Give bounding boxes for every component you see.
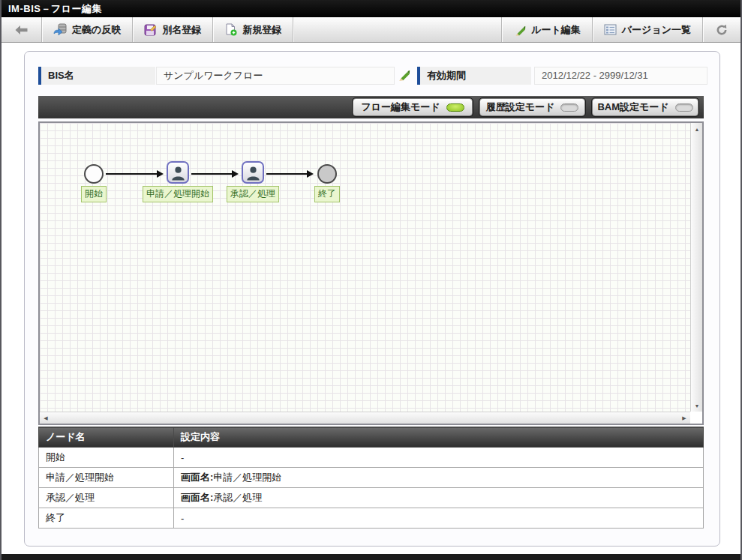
vertical-scrollbar[interactable]: ▲ ▼ bbox=[690, 123, 702, 412]
app-window: IM-BIS－フロー編集 定義の反映 bbox=[0, 0, 742, 560]
back-button[interactable] bbox=[2, 17, 42, 42]
setting-cell: 画面名:承認／処理 bbox=[174, 488, 704, 508]
setting-value: - bbox=[181, 513, 184, 524]
node-name-cell: 終了 bbox=[39, 508, 174, 529]
history-setting-mode-led-indicator bbox=[560, 103, 578, 112]
save-floppy-icon bbox=[144, 24, 157, 36]
edit-bis-name-button[interactable] bbox=[397, 68, 410, 84]
new-register-label: 新規登録 bbox=[242, 23, 281, 37]
setting-value: 承認／処理 bbox=[213, 492, 262, 503]
bis-name-label: BIS名 bbox=[38, 67, 155, 85]
flow-node-task-1[interactable] bbox=[167, 161, 189, 184]
flow-canvas-grid[interactable]: 開始 申請／処理開始 承認／処理 終了 bbox=[40, 123, 690, 412]
column-header-node-name: ノード名 bbox=[39, 427, 174, 448]
back-arrow-icon bbox=[14, 25, 29, 35]
table-row[interactable]: 承認／処理 画面名:承認／処理 bbox=[39, 488, 704, 508]
version-list-label: バージョン一覧 bbox=[622, 23, 691, 37]
setting-prefix: 画面名: bbox=[181, 472, 213, 483]
scrollbar-corner bbox=[690, 412, 702, 424]
flow-edit-mode-label: フロー編集モード bbox=[361, 100, 440, 114]
node-settings-table: ノード名 設定内容 開始 - 申請／処理開始 画面名:申請／処理開始 承認／処理… bbox=[38, 427, 704, 529]
version-list-button[interactable]: バージョン一覧 bbox=[592, 17, 702, 42]
toolbar: 定義の反映 別名登録 bbox=[2, 17, 740, 43]
list-icon bbox=[604, 24, 617, 35]
flow-node-label-start: 開始 bbox=[81, 186, 107, 202]
flow-edit-mode-button[interactable]: フロー編集モード bbox=[353, 98, 473, 116]
column-header-setting: 設定内容 bbox=[174, 427, 704, 448]
toolbar-right-group: ルート編集 バージョン一覧 bbox=[501, 17, 740, 42]
table-header-row: ノード名 設定内容 bbox=[39, 427, 704, 448]
mode-bar: フロー編集モード 履歴設定モード BAM設定モード bbox=[38, 96, 704, 118]
flow-arrow-3 bbox=[266, 173, 307, 175]
horizontal-scrollbar[interactable]: ◀ ▶ bbox=[40, 412, 690, 424]
reflect-definition-label: 定義の反映 bbox=[72, 23, 121, 37]
table-row[interactable]: 終了 - bbox=[39, 508, 704, 529]
alias-register-button[interactable]: 別名登録 bbox=[133, 17, 213, 42]
flow-arrow-2 bbox=[191, 173, 232, 175]
refresh-icon bbox=[716, 24, 728, 36]
setting-prefix: 画面名: bbox=[181, 492, 213, 503]
person-icon bbox=[170, 164, 187, 181]
bam-setting-mode-label: BAM設定モード bbox=[597, 100, 668, 114]
setting-cell: - bbox=[174, 508, 704, 529]
flow-node-label-end: 終了 bbox=[314, 186, 340, 202]
person-icon bbox=[245, 164, 262, 181]
edit-pencil-icon bbox=[397, 68, 410, 81]
flow-node-label-task-1: 申請／処理開始 bbox=[143, 186, 213, 202]
flow-canvas: 開始 申請／処理開始 承認／処理 終了 ▲ ▼ ◀ ▶ bbox=[38, 121, 704, 425]
reflect-definition-button[interactable]: 定義の反映 bbox=[42, 17, 133, 42]
node-name-cell: 申請／処理開始 bbox=[39, 468, 174, 488]
flow-node-start[interactable] bbox=[84, 164, 104, 184]
table-row[interactable]: 開始 - bbox=[39, 448, 704, 468]
route-edit-button[interactable]: ルート編集 bbox=[501, 17, 592, 42]
setting-value: 申請／処理開始 bbox=[213, 472, 281, 483]
new-document-icon bbox=[224, 23, 237, 36]
scroll-up-arrow[interactable]: ▲ bbox=[691, 123, 703, 135]
table-row[interactable]: 申請／処理開始 画面名:申請／処理開始 bbox=[39, 468, 704, 488]
new-register-button[interactable]: 新規登録 bbox=[213, 17, 293, 42]
page-title: IM-BIS－フロー編集 bbox=[2, 0, 740, 17]
bis-name-value: サンプルワークフロー bbox=[156, 67, 395, 85]
bottom-bar bbox=[2, 554, 740, 560]
setting-value: - bbox=[181, 452, 184, 463]
scroll-right-arrow[interactable]: ▶ bbox=[678, 412, 690, 424]
content-card: BIS名 サンプルワークフロー 有効期間 2012/12/22 - 2999/1… bbox=[24, 51, 720, 547]
bam-setting-mode-led-indicator bbox=[675, 103, 693, 112]
flow-node-label-task-2: 承認／処理 bbox=[227, 186, 279, 202]
history-setting-mode-button[interactable]: 履歴設定モード bbox=[479, 98, 585, 116]
valid-period-value: 2012/12/22 - 2999/12/31 bbox=[534, 67, 707, 85]
bam-setting-mode-button[interactable]: BAM設定モード bbox=[592, 98, 698, 116]
database-arrow-icon bbox=[53, 23, 67, 36]
history-setting-mode-label: 履歴設定モード bbox=[486, 100, 555, 114]
setting-cell: - bbox=[174, 448, 704, 468]
scroll-down-arrow[interactable]: ▼ bbox=[691, 400, 703, 412]
flow-edit-mode-led-indicator bbox=[446, 103, 464, 112]
setting-cell: 画面名:申請／処理開始 bbox=[174, 468, 704, 488]
route-edit-label: ルート編集 bbox=[531, 23, 581, 37]
node-name-cell: 開始 bbox=[39, 448, 174, 468]
node-name-cell: 承認／処理 bbox=[39, 488, 174, 508]
flow-node-task-2[interactable] bbox=[242, 161, 264, 184]
scroll-left-arrow[interactable]: ◀ bbox=[40, 412, 52, 424]
flow-node-end[interactable] bbox=[317, 164, 337, 184]
valid-period-label: 有効期間 bbox=[417, 67, 531, 85]
flow-arrow-1 bbox=[106, 173, 157, 175]
refresh-button[interactable] bbox=[702, 17, 740, 42]
pencil-icon bbox=[513, 24, 526, 36]
alias-register-label: 別名登録 bbox=[162, 23, 201, 37]
